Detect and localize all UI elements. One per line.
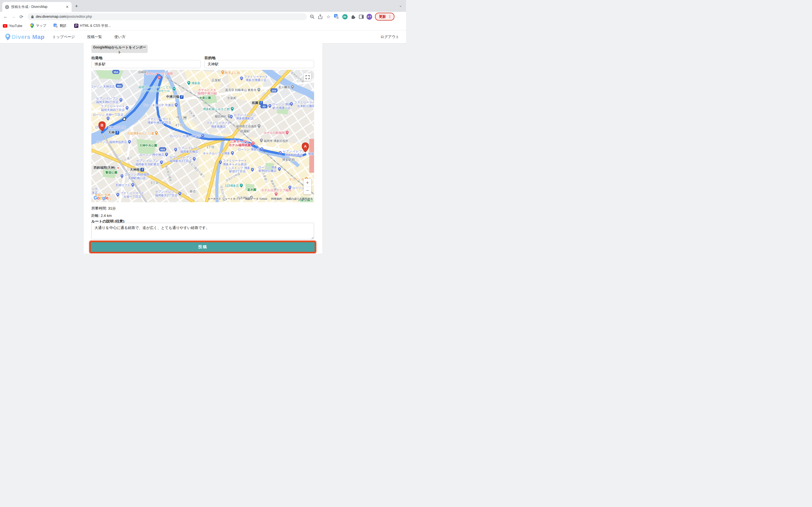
nav-post-list[interactable]: 投稿一覧 xyxy=(87,34,102,40)
map-label: 冷泉公園 xyxy=(199,96,211,100)
forward-button[interactable]: → xyxy=(10,14,17,19)
map-label: 博多座 xyxy=(188,81,200,86)
map-label: ファミリーマート博多キャナル前店 xyxy=(219,159,247,166)
extensions-puzzle-icon[interactable] xyxy=(350,14,356,19)
map-label: 天神中央公園 xyxy=(139,144,157,147)
map-label: ホテルオークラ福岡 xyxy=(146,72,173,80)
poi-pin-icon xyxy=(174,148,177,152)
fullscreen-button[interactable] xyxy=(304,73,311,81)
gmaps-icon xyxy=(30,24,34,28)
route-waypoint-dot[interactable] xyxy=(123,117,126,121)
back-button[interactable]: ← xyxy=(2,14,10,19)
map-label: 堅粕803号線 xyxy=(290,71,305,83)
bookmark-progate[interactable]: HTML & CSS 学習... xyxy=(74,23,111,28)
map-label: 天神f xyxy=(108,131,119,135)
poi-pin-icon xyxy=(119,98,122,103)
google-map[interactable]: 須崎町ホテルオークラ福岡割烹よし田ファミリーマート博多大博通り店店屋町博多座若八… xyxy=(91,70,314,202)
browser-menu-icon[interactable]: ⋮ xyxy=(388,15,392,18)
import-route-button[interactable]: GoogleMapからルートをインポート xyxy=(91,45,148,53)
description-textarea[interactable]: 大通りを中心に通る経路で、道が広く、とても通りやすい経路です。 xyxy=(91,223,314,239)
globe-favicon-icon xyxy=(5,5,9,9)
m-extension-icon[interactable]: m xyxy=(342,14,348,19)
reload-button[interactable]: ⟳ xyxy=(17,14,26,19)
poi-pin-icon xyxy=(279,151,282,156)
poi-pin-icon xyxy=(231,151,234,156)
map-label: ドン・キホーテ 中洲店 xyxy=(143,103,177,107)
nav-how-to[interactable]: 使い方 xyxy=(114,34,125,40)
profile-avatar[interactable]: まそ xyxy=(366,14,372,19)
poi-pin-icon xyxy=(258,124,261,128)
map-label: セブン-イレブン福岡天神4丁目店 xyxy=(96,97,122,104)
map-label: 元祖博多めんたい重 xyxy=(127,131,158,135)
map-label: エル通り xyxy=(121,156,133,163)
poi-pin-icon xyxy=(240,76,243,80)
map-zoom-control: + − xyxy=(304,179,311,194)
logout-link[interactable]: ログアウト xyxy=(380,34,399,40)
share-icon[interactable] xyxy=(317,14,323,19)
tabstrip-chevron-icon[interactable]: ⌄ xyxy=(399,3,402,8)
subway-icon: f xyxy=(180,95,184,99)
side-panel-icon[interactable] xyxy=(358,14,364,19)
poi-pin-icon xyxy=(131,183,134,187)
map-label: 祇園町 xyxy=(240,129,250,133)
nishitetsu-icon: N xyxy=(116,166,120,170)
bookmark-translate[interactable]: G文 翻訳 xyxy=(54,23,66,28)
map-label: 西鉄福岡(天神)N xyxy=(94,166,120,170)
submit-annotation-box: 投稿 xyxy=(89,241,316,253)
logo-text: Divers Map xyxy=(11,34,45,40)
map-label: ファミリーマート博多祇園店 xyxy=(206,121,231,128)
site-logo[interactable]: Divers Map xyxy=(5,34,45,40)
poi-pin-icon xyxy=(290,102,293,107)
chrome-update-button[interactable]: 更新 ⋮ xyxy=(375,13,395,20)
nav-top-page[interactable]: トップページ xyxy=(52,34,75,40)
poi-pin-icon xyxy=(193,157,196,161)
map-zoom-in-button[interactable]: + xyxy=(304,179,311,186)
poi-pin-icon xyxy=(107,117,110,121)
poi-pin-icon xyxy=(178,191,181,196)
route-marker-b[interactable]: B xyxy=(98,121,105,132)
origin-input[interactable] xyxy=(91,60,201,68)
map-label: 楽水園 xyxy=(247,188,256,191)
poi-pin-icon xyxy=(252,141,255,145)
fullscreen-icon xyxy=(306,75,310,79)
svg-text:文: 文 xyxy=(56,25,58,27)
svg-text:A: A xyxy=(304,144,307,149)
poi-pin-icon xyxy=(260,138,263,143)
map-label: ホテルビスタ福岡[中洲川端] xyxy=(197,88,217,95)
destination-input[interactable] xyxy=(204,60,314,68)
poi-pin-icon xyxy=(165,152,168,157)
tab-close-icon[interactable]: ✕ xyxy=(66,5,69,9)
textarea-resize-handle[interactable] xyxy=(311,236,313,239)
map-label: 店屋町 xyxy=(211,78,221,82)
map-label: セブン-イレブン博多祇園町店 xyxy=(230,113,256,120)
browser-tab[interactable]: 投稿を作成 - DiversMap ✕ xyxy=(2,2,71,12)
map-label: ローソン 天神北店 xyxy=(91,84,115,88)
report-error-link[interactable]: 地図の誤りを報告する xyxy=(286,197,313,201)
map-label: ローソン 西中洲店 xyxy=(139,152,168,157)
bookmarks-bar: YouTube マップ G文 翻訳 HTML & CSS 学習... xyxy=(0,21,406,31)
road-number-badge: 554 xyxy=(115,83,123,88)
bookmark-star-icon[interactable]: ☆ xyxy=(326,14,331,19)
tab-title: 投稿を作成 - DiversMap xyxy=(11,4,63,9)
url-bar[interactable]: dev.diversmap.com/posts/editor.php xyxy=(28,13,307,20)
map-attribution: キーボード ショートカット 地図データ ©2022 利用規約 地図の誤りを報告す… xyxy=(208,197,313,201)
poi-pin-icon xyxy=(219,161,222,165)
submit-button[interactable]: 投稿 xyxy=(91,242,315,252)
map-label: セブン-イレブン福岡春吉2丁目店 xyxy=(155,190,181,197)
new-tab-button[interactable]: + xyxy=(75,4,78,9)
route-marker-a[interactable]: A xyxy=(302,143,309,154)
map-zoom-out-button[interactable]: − xyxy=(304,187,311,194)
translate-extension-icon[interactable]: G文 xyxy=(334,14,340,19)
poi-pin-icon xyxy=(155,131,158,135)
zoom-out-page-icon[interactable] xyxy=(309,14,315,19)
map-label: 三井ガーデンホテル福岡祇園 xyxy=(229,140,255,147)
terms-link[interactable]: 利用規約 xyxy=(271,197,282,201)
map-label: 祇園f xyxy=(252,101,263,105)
bookmark-youtube[interactable]: YouTube xyxy=(3,24,22,28)
translate-icon: G文 xyxy=(54,24,58,28)
keyboard-shortcuts-link[interactable]: キーボード ショートカット xyxy=(208,197,241,201)
poi-pin-icon xyxy=(126,106,129,110)
map-label: ローソン 中洲一丁目店 xyxy=(170,134,204,138)
bookmark-maps[interactable]: マップ xyxy=(30,23,46,28)
map-label: 天神ロフト xyxy=(115,183,134,187)
